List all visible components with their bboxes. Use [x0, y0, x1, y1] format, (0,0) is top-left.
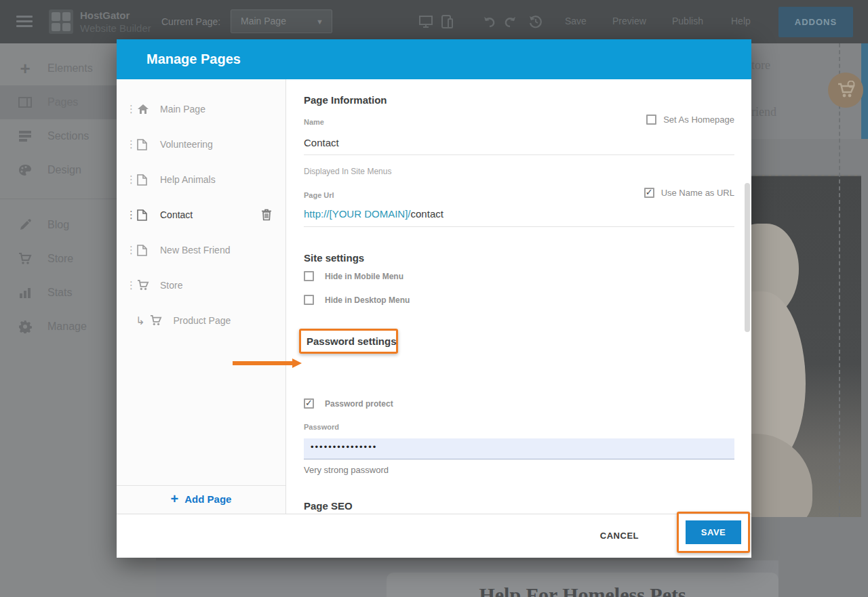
chevron-down-icon: ▼: [316, 10, 323, 34]
page-url-field[interactable]: http://[YOUR DOMAIN]/contact: [304, 208, 734, 227]
publish-button[interactable]: Publish: [672, 16, 703, 26]
hide-desktop-checkbox[interactable]: [304, 295, 314, 305]
page-row-new-best-friend[interactable]: ⋮ New Best Friend: [117, 232, 285, 268]
modal-footer: CANCEL SAVE: [117, 514, 751, 558]
use-name-as-url-checkbox-row[interactable]: Use Name as URL: [644, 188, 734, 198]
password-protect-label: Password protect: [325, 399, 393, 409]
sections-icon: [18, 129, 33, 144]
page-row-main-page[interactable]: ⋮ Main Page: [117, 91, 285, 127]
password-strength-text: Very strong password: [304, 465, 389, 475]
url-slug: contact: [411, 208, 443, 220]
password-label: Password: [304, 423, 339, 431]
brand-name: HostGator: [80, 9, 151, 22]
annotation-arrow: [233, 358, 302, 368]
page-icon: [137, 244, 149, 256]
sidebar-item-label: Elements: [47, 62, 93, 75]
page-row-product-page[interactable]: ↳ Product Page: [117, 303, 285, 338]
use-name-as-url-checkbox[interactable]: [644, 188, 654, 198]
site-section-heading: Help For Homeless Pets: [387, 583, 778, 597]
brand-subtitle: Website Builder: [80, 22, 151, 35]
page-row-label: New Best Friend: [160, 245, 230, 255]
drag-handle-icon[interactable]: ⋮: [126, 103, 134, 115]
page-row-contact[interactable]: ⋮ Contact: [117, 197, 285, 232]
site-photo-dog: [751, 175, 861, 517]
undo-icon[interactable]: [483, 15, 498, 28]
url-prefix: http://[YOUR DOMAIN]/: [304, 208, 411, 220]
displayed-in-menus-label: Displayed In Site Menus: [304, 167, 391, 176]
subpage-arrow-icon: ↳: [136, 314, 144, 327]
plus-icon: +: [18, 61, 33, 76]
drag-handle-icon[interactable]: ⋮: [126, 173, 134, 186]
add-page-label: Add Page: [184, 493, 231, 505]
cart-icon: [18, 251, 33, 266]
page-settings-form: Page Information Name Set As Homepage Co…: [286, 79, 751, 514]
hide-desktop-checkbox-row[interactable]: Hide in Desktop Menu: [304, 295, 410, 305]
page-icon: [137, 138, 149, 150]
friend-nav-fragment: riend: [751, 105, 776, 119]
page-row-help-animals[interactable]: ⋮ Help Animals: [117, 162, 285, 197]
drag-handle-icon[interactable]: ⋮: [126, 138, 134, 150]
page-icon: [137, 209, 149, 221]
page-row-volunteering[interactable]: ⋮ Volunteering: [117, 127, 285, 162]
page-row-label: Help Animals: [160, 174, 216, 185]
modal-scrollbar[interactable]: [745, 183, 750, 332]
page-information-heading: Page Information: [304, 94, 387, 106]
bar-chart-icon: [18, 285, 33, 300]
redo-icon[interactable]: [503, 15, 518, 28]
modal-header: Manage Pages: [117, 39, 751, 79]
set-as-homepage-checkbox[interactable]: [646, 115, 656, 125]
drag-handle-icon[interactable]: ⋮: [126, 209, 134, 221]
home-icon: [137, 103, 149, 115]
modal-title: Manage Pages: [146, 52, 241, 67]
palette-icon: [18, 163, 33, 178]
page-row-label: Contact: [160, 209, 193, 220]
plus-icon: +: [171, 491, 179, 507]
page-row-store[interactable]: ⋮ Store: [117, 268, 285, 303]
set-as-homepage-checkbox-row[interactable]: Set As Homepage: [646, 115, 734, 125]
preview-button[interactable]: Preview: [612, 16, 646, 26]
page-seo-heading: Page SEO: [304, 500, 353, 512]
desktop-view-icon[interactable]: [418, 15, 433, 28]
hide-mobile-label: Hide in Mobile Menu: [325, 272, 403, 281]
page-row-label: Main Page: [160, 104, 205, 115]
hide-mobile-checkbox[interactable]: [304, 271, 314, 281]
page-list-panel: ⋮ Main Page ⋮ Volunteering ⋮ Help Animal…: [117, 79, 286, 514]
site-section-box: Help For Homeless Pets: [387, 573, 778, 597]
drag-handle-icon[interactable]: ⋮: [126, 244, 134, 256]
page-icon: [137, 173, 149, 186]
addons-button[interactable]: ADDONS: [778, 7, 853, 37]
page-row-label: Store: [160, 280, 182, 291]
sidebar-item-label: Sections: [47, 130, 89, 142]
site-settings-heading: Site settings: [304, 252, 364, 264]
annotation-box-password-settings: Password settings: [299, 329, 398, 354]
password-protect-checkbox-row[interactable]: Password protect: [304, 398, 393, 409]
drag-handle-icon[interactable]: ⋮: [126, 279, 134, 291]
mobile-view-icon[interactable]: [439, 15, 454, 28]
current-page-select[interactable]: Main Page ▼: [231, 9, 332, 33]
use-name-as-url-label: Use Name as URL: [661, 188, 734, 198]
section-guide-line: [839, 43, 840, 517]
cart-icon: [137, 279, 149, 291]
gear-icon: [18, 319, 33, 334]
hamburger-menu-icon[interactable]: [16, 16, 33, 28]
save-modal-button[interactable]: SAVE: [686, 520, 741, 544]
delete-page-icon[interactable]: [261, 209, 272, 221]
help-button[interactable]: Help: [731, 16, 751, 26]
top-toolbar: HostGator Website Builder Current Page: …: [0, 0, 868, 43]
cancel-button[interactable]: CANCEL: [600, 531, 639, 541]
page-url-label: Page Url: [304, 191, 334, 199]
page-row-label: Volunteering: [160, 139, 213, 150]
save-button[interactable]: Save: [565, 16, 587, 26]
manage-pages-modal: Manage Pages ⋮ Main Page ⋮ Volunteering …: [117, 39, 751, 558]
floating-cart-icon: [828, 73, 863, 108]
store-nav-fragment: tore: [751, 58, 770, 73]
history-icon[interactable]: [529, 15, 544, 28]
add-page-button[interactable]: + Add Page: [117, 485, 285, 512]
brand-text: HostGator Website Builder: [80, 9, 151, 35]
password-field[interactable]: •••••••••••••••: [304, 438, 734, 459]
current-page-value: Main Page: [241, 16, 286, 26]
password-protect-checkbox[interactable]: [304, 398, 314, 409]
name-field[interactable]: Contact: [304, 137, 734, 155]
sidebar-item-label: Pages: [47, 96, 78, 108]
hide-mobile-checkbox-row[interactable]: Hide in Mobile Menu: [304, 271, 403, 281]
